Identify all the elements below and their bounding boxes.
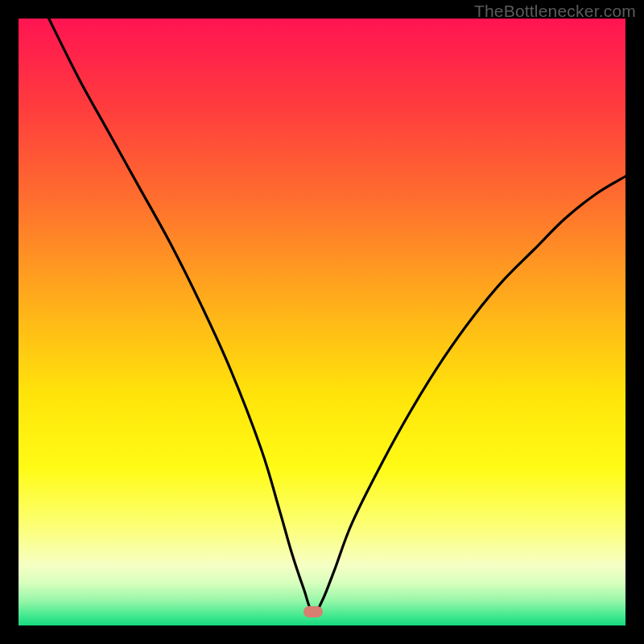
bottleneck-curve	[19, 19, 625, 625]
plot-area	[19, 19, 625, 625]
optimum-marker	[303, 606, 323, 617]
chart-frame: TheBottlenecker.com	[0, 0, 644, 644]
